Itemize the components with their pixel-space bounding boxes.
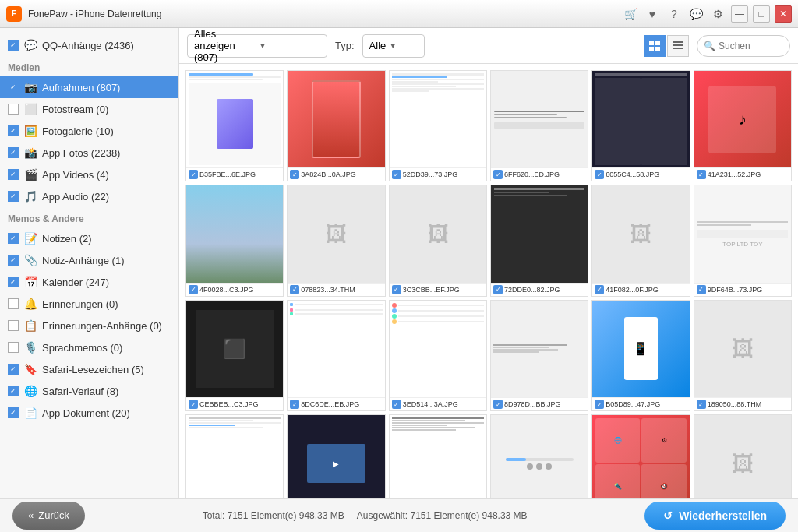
grid-item[interactable]: row4_3.JPG — [389, 414, 487, 498]
sidebar-item-erinnerungen[interactable]: 🔔 Erinnerungen (0) — [0, 293, 178, 315]
content-area: Alles anzeigen (807) ▼ Typ: Alle ▼ — [179, 28, 798, 498]
grid-item[interactable]: 6055C4...58.JPG — [591, 70, 690, 181]
grid-item[interactable]: TOP LTD TOY 9DF64B...73.JPG — [694, 185, 792, 296]
grid-item[interactable]: ⬛ CEBBEB...C3.JPG — [185, 300, 284, 411]
chat-icon[interactable]: 💬 — [687, 5, 704, 23]
sidebar-item-notizen[interactable]: 📝 Notizen (2) — [0, 227, 178, 249]
erinnerungen-checkbox[interactable] — [8, 298, 19, 309]
sprachmemos-checkbox[interactable] — [8, 342, 19, 353]
grid-item[interactable]: 🖼 41F082...0F.JPG — [591, 185, 690, 296]
grid-thumbnail: ⬛ — [186, 301, 283, 397]
notizanhaenge-checkbox[interactable] — [8, 255, 19, 266]
aufnahmen-label: Aufnahmen (807) — [42, 82, 171, 93]
titlebar-left: F FonePaw - iPhone Datenrettung — [6, 6, 161, 22]
notizen-checkbox[interactable] — [8, 233, 19, 244]
grid-view-button[interactable] — [644, 35, 666, 57]
heart-icon[interactable]: ♥ — [644, 5, 661, 23]
sidebar-item-notizanhaenge[interactable]: 📎 Notiz-Anhänge (1) — [0, 249, 178, 271]
sidebar-item-appfotos[interactable]: 📸 App Fotos (2238) — [0, 142, 178, 164]
sidebar-item-safariverlauf[interactable]: 🌐 Safari-Verlauf (8) — [0, 380, 178, 402]
grid-item[interactable]: 🖼 row4_6.JPG — [694, 414, 792, 498]
appaudio-checkbox[interactable] — [8, 191, 19, 202]
grid-item[interactable]: 4F0028...C3.JPG — [185, 185, 284, 296]
sidebar-item-kalender[interactable]: 📅 Kalender (247) — [0, 271, 178, 293]
back-button[interactable]: « Zurück — [12, 502, 85, 530]
grid-item[interactable]: 3A824B...0A.JPG — [287, 70, 385, 181]
sidebar-item-safarilesezeichen[interactable]: 🔖 Safari-Lesezeichen (5) — [0, 358, 178, 380]
type-dropdown[interactable]: Alle ▼ — [362, 34, 425, 58]
titlebar: F FonePaw - iPhone Datenrettung 🛒 ♥ ? 💬 … — [0, 0, 798, 28]
filter-dropdown[interactable]: Alles anzeigen (807) ▼ — [187, 34, 327, 58]
sidebar-item-appdokument[interactable]: 📄 App Dokument (20) — [0, 402, 178, 424]
sidebar-item-appaudio[interactable]: 🎵 App Audio (22) — [0, 185, 178, 207]
sidebar-item-sprachmemos[interactable]: 🎙️ Sprachmemos (0) — [0, 336, 178, 358]
type-arrow-icon: ▼ — [389, 41, 397, 50]
grid-item[interactable]: 🖼 189050...88.THM — [694, 300, 792, 411]
sidebar-item-qq[interactable]: 💬 QQ-Anhänge (2436) — [0, 34, 178, 56]
restore-button[interactable]: ↺ Wiederherstellen — [644, 502, 786, 530]
titlebar-controls: 🛒 ♥ ? 💬 ⚙ — □ ✕ — [622, 5, 792, 23]
cart-icon[interactable]: 🛒 — [622, 5, 639, 23]
grid-check-icon — [392, 170, 401, 179]
kalender-checkbox[interactable] — [8, 277, 19, 287]
grid-check-icon — [697, 285, 706, 294]
aufnahmen-checkbox[interactable] — [8, 82, 19, 93]
sidebar-item-fotogalerie[interactable]: 🖼️ Fotogalerie (10) — [0, 120, 178, 142]
grid-item[interactable]: 8D978D...BB.JPG — [490, 300, 588, 411]
maximize-button[interactable]: □ — [753, 5, 770, 23]
grid-item[interactable]: 🌐 ⚙ 🔦 🔇 row4_5.JPG — [591, 414, 690, 498]
fotostream-checkbox[interactable] — [8, 104, 19, 115]
app-logo: F — [6, 6, 22, 22]
grid-item[interactable]: ▶ row4_2.JPG — [287, 414, 385, 498]
type-value: Alle — [369, 40, 387, 51]
appdokument-checkbox[interactable] — [8, 407, 19, 418]
fotogalerie-checkbox[interactable] — [8, 125, 19, 136]
reminder-icon: 🔔 — [23, 297, 37, 311]
minimize-button[interactable]: — — [731, 5, 748, 23]
safariverlauf-checkbox[interactable] — [8, 386, 19, 396]
grid-item[interactable]: 3ED514...3A.JPG — [389, 300, 487, 411]
list-view-button[interactable] — [667, 35, 689, 57]
grid-item[interactable]: 52DD39...73.JPG — [389, 70, 487, 181]
grid-check-icon — [392, 400, 401, 409]
svg-rect-0 — [649, 41, 654, 45]
grid-item[interactable]: row4_1.JPG — [185, 414, 284, 498]
grid-item[interactable]: B35FBE...6E.JPG — [185, 70, 284, 181]
grid-thumbnail — [491, 301, 588, 397]
settings-icon[interactable]: ⚙ — [709, 5, 726, 23]
close-button[interactable]: ✕ — [775, 5, 792, 23]
search-box[interactable]: 🔍 — [697, 35, 790, 57]
safarilesezeichen-checkbox[interactable] — [8, 364, 19, 375]
grid-item[interactable]: 72DDE0...82.JPG — [490, 185, 588, 296]
clip-icon: 📋 — [23, 319, 37, 333]
sidebar-item-aufnahmen[interactable]: 📷 Aufnahmen (807) — [0, 76, 178, 98]
sidebar-item-erinnerungenanhaenge[interactable]: 📋 Erinnerungen-Anhänge (0) — [0, 315, 178, 336]
question-icon[interactable]: ? — [666, 5, 683, 23]
sidebar: 💬 QQ-Anhänge (2436) Medien 📷 Aufnahmen (… — [0, 28, 179, 498]
grid-item[interactable]: row4_4.JPG — [490, 414, 588, 498]
appvideos-checkbox[interactable] — [8, 169, 19, 180]
grid-item[interactable]: 8DC6DE...EB.JPG — [287, 300, 385, 411]
search-input[interactable] — [719, 41, 781, 51]
grid-item-label: 189050...88.THM — [694, 397, 791, 410]
grid-item[interactable]: ♪ 41A231...52.JPG — [694, 70, 792, 181]
doc-icon: 📄 — [23, 406, 37, 420]
notizanhaenge-label: Notiz-Anhänge (1) — [42, 255, 171, 266]
grid-item[interactable]: 🖼 3C3CBB...EF.JPG — [389, 185, 487, 296]
sidebar-item-fotostream[interactable]: ⬜ Fotostream (0) — [0, 98, 178, 120]
grid-thumbnail: 🖼 — [288, 185, 384, 282]
grid-item[interactable]: 6FF620...ED.JPG — [490, 70, 588, 181]
svg-rect-3 — [655, 47, 660, 51]
erinnerungenanhaenge-checkbox[interactable] — [8, 320, 19, 331]
grid-thumbnail: 🖼 — [694, 301, 791, 397]
svg-rect-6 — [673, 48, 683, 49]
restore-icon: ↺ — [663, 509, 673, 522]
appfotos-icon: 📸 — [23, 146, 37, 160]
sidebar-item-appvideos[interactable]: 🎬 App Videos (4) — [0, 164, 178, 185]
grid-item[interactable]: 🖼 078823...34.THM — [287, 185, 385, 296]
qq-checkbox[interactable] — [8, 40, 19, 51]
appfotos-checkbox[interactable] — [8, 147, 19, 158]
grid-item[interactable]: 📱 B05D89...47.JPG — [591, 300, 690, 411]
type-label: Typ: — [335, 40, 355, 51]
grid-thumbnail: ▶ — [288, 415, 384, 498]
